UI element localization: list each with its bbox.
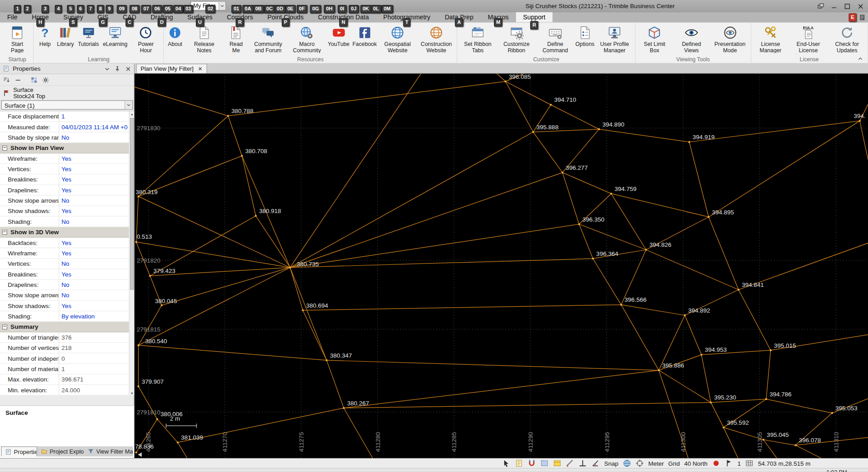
read-me-button[interactable]: Read Me xyxy=(223,23,249,55)
gear-icon[interactable] xyxy=(41,76,49,83)
set-limit-box-button[interactable]: Set Limit Box xyxy=(637,23,672,55)
coordinate-zone[interactable]: 40 North xyxy=(684,460,708,467)
section-show-in-plan-view[interactable]: −Show in Plan View xyxy=(0,143,129,153)
scrollbar-thumb[interactable] xyxy=(130,118,134,290)
snap-toggle[interactable]: Snap xyxy=(604,460,619,467)
units-meter[interactable]: Meter xyxy=(648,460,664,467)
construction-website-button[interactable]: Construction Website xyxy=(417,23,456,55)
scale-value[interactable]: 1 xyxy=(737,460,741,467)
geospatial-website-button[interactable]: Geospatial Website xyxy=(378,23,417,55)
define-command-shortcuts-button[interactable]: Define Command Shortcuts xyxy=(536,23,574,55)
property-value[interactable]: Yes xyxy=(59,174,129,184)
cursor-coordinates[interactable]: 54.703 m,28.515 m xyxy=(758,460,811,467)
layer-icon[interactable] xyxy=(553,459,561,467)
collapse-section-icon[interactable]: − xyxy=(2,145,7,150)
dock-window-button[interactable] xyxy=(814,0,827,12)
youtube-button[interactable]: YouTube xyxy=(326,23,351,55)
property-value[interactable]: Yes xyxy=(59,269,129,279)
community-and-forum-button[interactable]: Community and Forum xyxy=(249,23,288,55)
marker-flag-icon[interactable] xyxy=(725,459,733,467)
feedback-icon[interactable] xyxy=(858,14,866,21)
about-button[interactable]: About xyxy=(165,23,185,55)
facebook-button[interactable]: Facebook xyxy=(351,23,378,55)
panel-tab-project-explorer[interactable]: Project Explorer xyxy=(37,446,83,456)
property-value[interactable]: No xyxy=(59,132,129,142)
collapse-ribbon-icon[interactable] xyxy=(856,55,865,63)
panel-tab-view-filter-man[interactable]: View Filter Man... xyxy=(84,446,133,456)
elearning-button[interactable]: eLearning xyxy=(101,23,129,55)
property-grid-scrollbar[interactable]: ▲ ▼ xyxy=(129,111,134,395)
sheet-icon[interactable] xyxy=(515,459,523,467)
property-value[interactable]: By elevation xyxy=(59,311,129,321)
angle-snap-icon[interactable] xyxy=(592,459,600,467)
maximize-button[interactable] xyxy=(841,0,854,12)
property-value[interactable]: No xyxy=(59,195,129,205)
ribbon-tab-cad[interactable]: CADC xyxy=(116,12,144,22)
panel-tab-properties[interactable]: Properties xyxy=(1,446,36,456)
plan-view-canvas[interactable]: 2791830279182027918152791810411265411270… xyxy=(135,74,868,458)
property-value[interactable]: Yes xyxy=(59,154,129,163)
property-value[interactable]: Yes xyxy=(59,301,129,311)
ribbon-tab-data-prep[interactable]: Data PrepA xyxy=(438,12,481,22)
property-value[interactable]: 1 xyxy=(59,111,129,121)
ribbon-tab-file[interactable]: File xyxy=(0,12,25,22)
tab-plan-view[interactable]: Plan View [My Filter] ✕ xyxy=(136,64,207,73)
license-manager-button[interactable]: License Manager xyxy=(752,23,789,55)
property-value[interactable]: No xyxy=(59,290,129,300)
ribbon-tab-gis[interactable]: GISG xyxy=(90,12,115,22)
property-value[interactable]: Yes xyxy=(59,238,129,248)
scroll-down-icon[interactable]: ▼ xyxy=(130,390,135,395)
section-summary[interactable]: −Summary xyxy=(0,322,129,332)
defined-views-button[interactable]: Defined Views xyxy=(672,23,710,55)
property-value[interactable]: Yes xyxy=(59,206,129,216)
chevron-down-icon[interactable] xyxy=(219,2,226,10)
close-button[interactable] xyxy=(854,0,867,12)
ribbon-tab-survey[interactable]: SurveyS xyxy=(56,12,90,22)
perpendicular-snap-icon[interactable] xyxy=(579,459,587,467)
ribbon-tab-photogrammetry[interactable]: PhotogrammetryT xyxy=(376,12,438,22)
set-ribbon-tabs-button[interactable]: Set Ribbon Tabs xyxy=(458,23,497,55)
property-value[interactable]: Yes xyxy=(59,185,129,195)
property-value[interactable]: Yes xyxy=(59,164,129,174)
measure-icon[interactable] xyxy=(566,459,574,467)
ribbon-tab-construction-data[interactable]: Construction DataN xyxy=(311,12,376,22)
property-value[interactable]: Yes xyxy=(59,248,129,258)
property-value[interactable]: No xyxy=(59,280,129,290)
options-button[interactable]: Options xyxy=(574,23,595,55)
ribbon-tab-home[interactable]: HomeH xyxy=(25,12,56,22)
presentation-mode-button[interactable]: Presentation Mode xyxy=(710,23,749,55)
window-select-icon[interactable] xyxy=(541,459,549,467)
snap-magnet-icon[interactable] xyxy=(528,459,536,467)
grid-table-icon[interactable] xyxy=(745,459,753,467)
ribbon-tab-surfaces[interactable]: SurfacesU xyxy=(180,12,220,22)
check-for-updates-button[interactable]: Check for Updates xyxy=(827,23,866,55)
collapse-section-icon[interactable]: − xyxy=(2,230,7,235)
property-value[interactable]: No xyxy=(59,259,129,268)
end-user-license-agreement-button[interactable]: EULAEnd-User License Agreement xyxy=(789,23,827,55)
ribbon-tab-drafting[interactable]: DraftingD xyxy=(144,12,181,22)
cursor-select-icon[interactable] xyxy=(502,459,511,467)
close-tab-icon[interactable]: ✕ xyxy=(198,66,203,72)
ribbon-tab-support[interactable]: SupportR xyxy=(516,12,553,22)
sort-descending-icon[interactable] xyxy=(2,76,10,83)
minimize-button[interactable] xyxy=(827,0,841,12)
object-selector-dropdown[interactable]: Surface (1) xyxy=(1,100,133,110)
library-button[interactable]: Library xyxy=(55,23,76,55)
ribbon-tab-corridors[interactable]: CorridorsR xyxy=(220,12,260,22)
pin-icon[interactable] xyxy=(113,65,121,73)
release-notes-button[interactable]: Release Notes xyxy=(185,23,223,55)
collapse-section-icon[interactable]: − xyxy=(2,324,7,329)
scroll-up-icon[interactable]: ▲ xyxy=(130,111,135,116)
macro-community-button[interactable]: Macro Community xyxy=(288,23,326,55)
categorize-icon[interactable] xyxy=(30,76,37,83)
collapse-sections-icon[interactable] xyxy=(14,76,22,83)
property-value[interactable]: No xyxy=(59,217,129,227)
crosshair-icon[interactable] xyxy=(636,459,644,467)
chevron-down-icon[interactable] xyxy=(125,101,132,109)
tutorials-button[interactable]: Tutorials xyxy=(76,23,101,55)
help-button[interactable]: ?Help xyxy=(35,23,55,55)
ribbon-tab-point-clouds[interactable]: Point CloudsP xyxy=(260,12,311,22)
property-value[interactable]: 04/01/2023 11:14 AM +0 xyxy=(59,122,129,132)
user-profile-manager-button[interactable]: User Profile Manager xyxy=(595,23,634,55)
power-hour-button[interactable]: Power Hour xyxy=(129,23,162,55)
